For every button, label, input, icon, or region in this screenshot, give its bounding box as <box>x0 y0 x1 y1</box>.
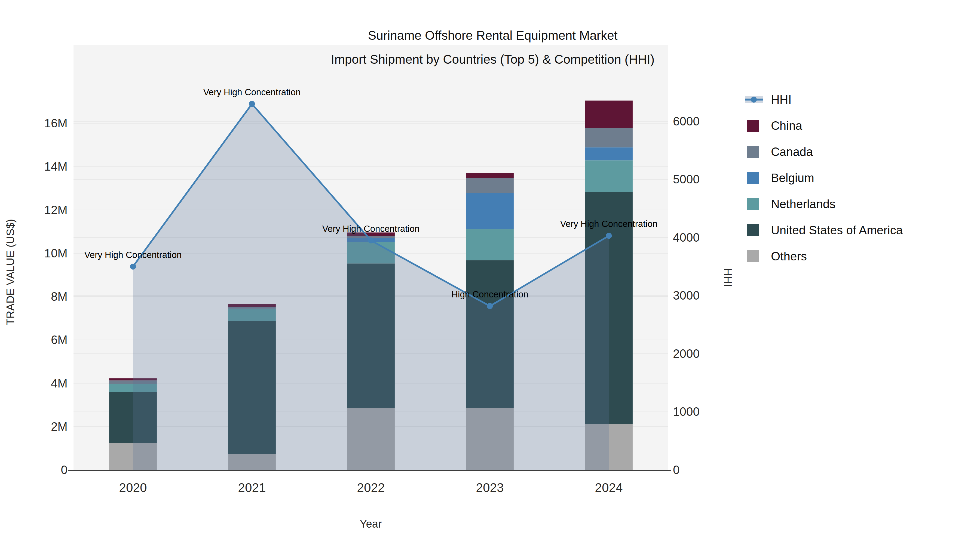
hhi-marker-2022[interactable] <box>368 238 374 243</box>
chart-canvas: Very High ConcentrationVery High Concent… <box>0 0 980 551</box>
x-tick-2021: 2021 <box>238 481 266 495</box>
y-right-tick-5000: 5000 <box>673 173 700 186</box>
x-tick-2022: 2022 <box>357 481 385 495</box>
legend: HHIChinaCanadaBelgiumNetherlandsUnited S… <box>745 93 903 263</box>
legend-item-netherlands[interactable]: Netherlands <box>771 197 835 211</box>
x-axis-line <box>68 470 671 471</box>
legend-swatch-others <box>747 250 759 262</box>
hhi-marker-2023[interactable] <box>487 303 493 309</box>
y-right-axis-title: HHI <box>722 268 734 287</box>
hhi-marker-2020[interactable] <box>130 264 136 270</box>
legend-item-china[interactable]: China <box>771 119 802 132</box>
bar-segment-2024-canada[interactable] <box>585 128 633 148</box>
legend-item-others[interactable]: Others <box>771 249 807 263</box>
y-left-tick-10M: 10M <box>44 246 67 260</box>
x-tick-2020: 2020 <box>119 481 147 495</box>
y-right-tick-6000: 6000 <box>673 114 700 128</box>
legend-swatch-china <box>747 120 759 132</box>
legend-item-canada[interactable]: Canada <box>771 145 813 158</box>
x-tick-2024: 2024 <box>595 481 622 495</box>
hhi-annotation-2022: Very High Concentration <box>322 224 420 234</box>
y-left-axis-title: TRADE VALUE (US$) <box>4 219 16 325</box>
legend-swatch-hhi-marker <box>751 97 757 103</box>
y-left-tick-8M: 8M <box>51 290 67 303</box>
y-right-tick-4000: 4000 <box>673 231 700 244</box>
y-right-tick-2000: 2000 <box>673 347 700 360</box>
bar-segment-2023-china[interactable] <box>466 173 514 178</box>
x-tick-2023: 2023 <box>476 481 504 495</box>
y-left-tick-6M: 6M <box>51 333 67 346</box>
legend-swatch-united-states-of-america <box>747 224 759 236</box>
y-left-tick-16M: 16M <box>44 116 67 130</box>
hhi-annotation-2024: Very High Concentration <box>560 219 658 229</box>
legend-swatch-netherlands <box>747 198 759 210</box>
y-right-tick-3000: 3000 <box>673 289 700 302</box>
y-left-tick-0: 0 <box>61 463 67 476</box>
x-axis-title: Year <box>360 518 382 530</box>
bar-segment-2023-canada[interactable] <box>466 178 514 193</box>
legend-item-hhi[interactable]: HHI <box>771 93 792 106</box>
legend-swatch-belgium <box>747 172 759 184</box>
legend-item-belgium[interactable]: Belgium <box>771 171 814 184</box>
y-left-tick-2M: 2M <box>51 420 67 433</box>
y-right-tick-1000: 1000 <box>673 405 700 418</box>
hhi-annotation-2020: Very High Concentration <box>84 250 182 260</box>
hhi-marker-2024[interactable] <box>606 233 612 239</box>
bar-segment-2024-netherlands[interactable] <box>585 160 633 192</box>
plot-area: Very High ConcentrationVery High Concent… <box>44 45 699 495</box>
legend-item-united-states-of-america[interactable]: United States of America <box>771 223 903 237</box>
hhi-marker-2021[interactable] <box>249 101 255 107</box>
y-left-tick-12M: 12M <box>44 203 67 217</box>
legend-swatch-canada <box>747 146 759 158</box>
bar-segment-2023-belgium[interactable] <box>466 193 514 229</box>
chart-title: Suriname Offshore Rental Equipment Marke… <box>368 28 617 43</box>
hhi-annotation-2023: High Concentration <box>451 289 528 299</box>
y-right-tick-0: 0 <box>673 463 679 476</box>
y-left-tick-14M: 14M <box>44 160 67 173</box>
hhi-annotation-2021: Very High Concentration <box>204 87 301 97</box>
bar-segment-2024-belgium[interactable] <box>585 148 633 160</box>
bar-segment-2024-china[interactable] <box>585 101 633 128</box>
y-left-tick-4M: 4M <box>51 376 67 390</box>
chart-svg: Very High ConcentrationVery High Concent… <box>0 0 980 551</box>
bar-segment-2023-netherlands[interactable] <box>466 229 514 260</box>
chart-subtitle: Import Shipment by Countries (Top 5) & C… <box>331 52 655 67</box>
